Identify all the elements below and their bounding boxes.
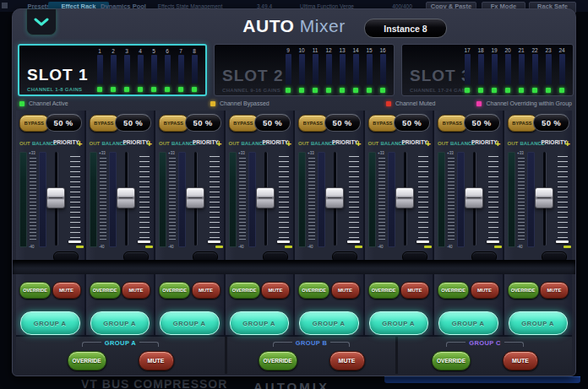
priority-scale[interactable] xyxy=(210,156,220,238)
gain-fader[interactable] xyxy=(538,152,550,246)
group-assign-button[interactable]: GROUP A xyxy=(369,311,429,335)
fader-zone: +33 -40 xyxy=(16,150,84,251)
scale-top-label: +33 xyxy=(29,151,35,155)
priority-handle[interactable] xyxy=(68,240,81,243)
slot-panel-1[interactable]: SLOT 1 CHANNEL 1-8 GAINS 12345678 xyxy=(18,44,207,96)
mute-button[interactable]: MUTE xyxy=(331,282,360,299)
priority-handle[interactable] xyxy=(138,240,150,243)
group-mute-button[interactable]: MUTE xyxy=(139,351,174,370)
priority-min-marker xyxy=(215,246,223,248)
priority-scale[interactable] xyxy=(418,156,428,238)
slot-panel-3[interactable]: SLOT 3 CHANNEL 17-24 GAINS 1718192021222… xyxy=(401,44,574,96)
mute-button[interactable]: MUTE xyxy=(52,282,81,299)
instance-selector[interactable]: Instance 8 xyxy=(364,19,447,38)
gain-value-display: 50 % xyxy=(185,114,221,132)
gain-fader[interactable] xyxy=(329,152,340,246)
slot-panel-2[interactable]: SLOT 2 CHANNEL 9-16 GAINS 91011121314151… xyxy=(214,44,395,96)
priority-scale[interactable] xyxy=(70,156,80,238)
channel-active-led xyxy=(546,88,551,93)
override-button[interactable]: OVERRIDE xyxy=(229,282,260,299)
balance-scale xyxy=(308,158,315,241)
fader-knob[interactable] xyxy=(535,187,553,208)
mute-button[interactable]: MUTE xyxy=(471,282,499,299)
group-assign-button[interactable]: GROUP A xyxy=(20,311,80,335)
override-button[interactable]: OVERRIDE xyxy=(298,282,329,299)
group-override-button[interactable]: OVERRIDE xyxy=(432,351,471,370)
bypass-button[interactable]: BYPASS xyxy=(438,115,467,132)
group-override-button[interactable]: OVERRIDE xyxy=(259,351,297,370)
mute-button[interactable]: MUTE xyxy=(261,282,290,299)
priority-handle[interactable] xyxy=(208,240,220,243)
balance-meter xyxy=(527,152,535,247)
channel-gain-bar xyxy=(519,54,525,84)
priority-handle[interactable] xyxy=(556,240,569,243)
fader-knob[interactable] xyxy=(256,187,275,208)
channel-strip: BYPASS 50 % OUT BALANCE PRIORITY + +33 -… xyxy=(86,111,156,335)
channel-number: 10 xyxy=(298,46,304,54)
channel-gain-bar xyxy=(111,55,117,84)
fader-knob[interactable] xyxy=(395,187,414,208)
override-button[interactable]: OVERRIDE xyxy=(19,282,51,299)
override-button[interactable]: OVERRIDE xyxy=(438,282,469,299)
channel-active-led xyxy=(138,87,143,92)
background-module-title-center: AUTOMIX xyxy=(253,380,329,389)
priority-scale[interactable] xyxy=(139,156,150,238)
channel-number: 18 xyxy=(477,46,483,54)
group-assign-button[interactable]: GROUP A xyxy=(90,311,150,335)
legend-label: Channel Active xyxy=(29,100,68,106)
bypass-button[interactable]: BYPASS xyxy=(19,115,49,132)
fader-knob[interactable] xyxy=(465,187,483,208)
page-title: AUTO Mixer xyxy=(13,16,575,36)
fader-knob[interactable] xyxy=(117,187,135,208)
group-b-panel: GROUP B OVERRIDE MUTE xyxy=(227,337,398,374)
slot-subtitle: CHANNEL 1-8 GAINS xyxy=(27,87,82,92)
scale-top-label: +33 xyxy=(378,151,384,155)
channel-gain-bar xyxy=(492,54,498,84)
group-mute-button[interactable]: MUTE xyxy=(503,351,538,370)
group-assign-button[interactable]: GROUP A xyxy=(230,311,290,335)
group-mute-button[interactable]: MUTE xyxy=(329,351,365,370)
priority-scale[interactable] xyxy=(488,156,498,238)
bypass-button[interactable]: BYPASS xyxy=(298,115,328,132)
bracket-right xyxy=(504,342,524,347)
override-button[interactable]: OVERRIDE xyxy=(159,282,190,299)
group-assign-button[interactable]: GROUP A xyxy=(509,311,569,335)
out-label: OUT xyxy=(298,141,309,146)
gain-fader[interactable] xyxy=(189,152,201,246)
strip-buttons: OVERRIDE MUTE xyxy=(226,282,294,299)
fader-knob[interactable] xyxy=(186,187,204,208)
gain-fader[interactable] xyxy=(399,152,411,246)
priority-handle[interactable] xyxy=(347,240,360,243)
mute-button[interactable]: MUTE xyxy=(192,282,220,299)
override-button[interactable]: OVERRIDE xyxy=(90,282,121,299)
gain-fader[interactable] xyxy=(50,152,62,246)
group-assign-button[interactable]: GROUP A xyxy=(438,311,498,335)
channel-active-led xyxy=(111,87,116,92)
fader-knob[interactable] xyxy=(46,187,65,208)
group-assign-button[interactable]: GROUP A xyxy=(160,311,220,335)
group-override-button[interactable]: OVERRIDE xyxy=(68,351,106,370)
priority-handle[interactable] xyxy=(487,240,499,243)
override-button[interactable]: OVERRIDE xyxy=(368,282,400,299)
priority-scale[interactable] xyxy=(349,156,359,238)
bypass-button[interactable]: BYPASS xyxy=(159,115,188,132)
group-assign-button[interactable]: GROUP A xyxy=(299,311,359,335)
mute-button[interactable]: MUTE xyxy=(400,282,429,299)
channel-active-led xyxy=(367,88,372,93)
out-label: OUT xyxy=(90,141,101,146)
priority-scale[interactable] xyxy=(279,156,289,238)
override-button[interactable]: OVERRIDE xyxy=(508,282,539,299)
bracket-left xyxy=(273,342,292,347)
slot-title: SLOT 2 xyxy=(222,67,284,85)
priority-handle[interactable] xyxy=(277,240,290,243)
gain-fader[interactable] xyxy=(468,152,480,246)
priority-handle[interactable] xyxy=(416,240,429,243)
out-label: OUT xyxy=(368,141,379,146)
mute-button[interactable]: MUTE xyxy=(122,282,150,299)
gain-fader[interactable] xyxy=(259,152,271,246)
priority-scale[interactable] xyxy=(558,156,568,238)
gain-fader[interactable] xyxy=(120,152,132,246)
channel-overriding-led xyxy=(476,101,482,106)
fader-knob[interactable] xyxy=(325,187,344,208)
mute-button[interactable]: MUTE xyxy=(540,282,569,299)
